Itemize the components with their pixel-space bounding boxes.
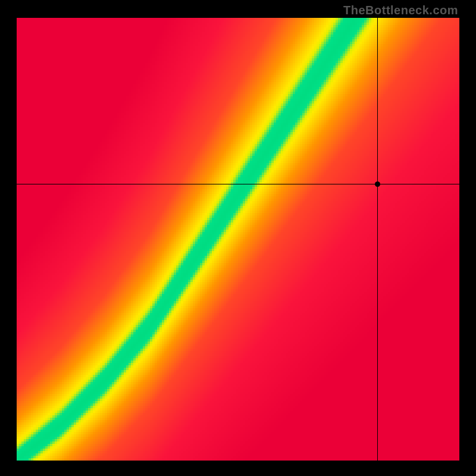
crosshair-vertical xyxy=(377,18,378,461)
heatmap-plot xyxy=(17,18,459,461)
heatmap-canvas xyxy=(17,18,459,461)
crosshair-horizontal xyxy=(17,184,459,184)
marker-point xyxy=(375,181,380,187)
chart-frame: TheBottleneck.com xyxy=(0,0,476,476)
watermark-text: TheBottleneck.com xyxy=(343,4,458,17)
